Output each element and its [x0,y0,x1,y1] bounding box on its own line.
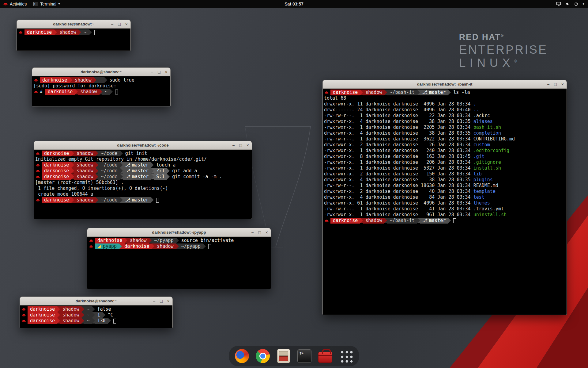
chevron-down-icon: ▾ [58,2,60,6]
window-titlebar[interactable]: darknoise@shadow:~/bash-it − □ × [323,80,567,89]
prompt-segment: shadow [363,218,384,224]
close-button[interactable]: × [125,22,128,26]
git-branch-icon: ⎇ [125,168,130,174]
prompt-segment: darknoise [95,238,125,243]
ls-file-name: .ackrc [473,113,490,119]
command-text: sudo true [110,77,134,83]
powerline-arrow-icon [448,90,451,95]
powerline-arrow-icon [71,197,74,203]
activities-button[interactable]: Activities [3,0,27,8]
terminal-window-code[interactable]: darknoise@shadow:~/code − □ × darknoises… [34,141,252,219]
ls-file-name: .travis.yml [473,206,504,212]
prompt-segment: shadow [127,238,149,243]
dock-app-grid-icon[interactable] [339,349,353,363]
prompt-segment: 1 [95,312,103,318]
powerline-arrow-icon [176,243,179,249]
terminal-content[interactable]: darknoiseshadow~/codegit initInitialized… [34,150,252,219]
system-status-area[interactable]: ▾ [556,2,588,6]
prompt-segment: S:1 [154,174,167,180]
terminal-line: -rwxrwxr-x. 1 darknoise darknoise 5327 J… [324,165,565,171]
maximize-button[interactable]: □ [258,230,261,235]
terminal-content[interactable]: darknoiseshadow~ [17,29,130,51]
terminal-content[interactable]: darknoiseshadow~falsedarknoiseshadow~1^C… [20,305,172,328]
powerline-arrow-icon [108,318,111,324]
powerline-arrow-icon [149,238,152,243]
prompt-segment: ~/code [98,162,120,168]
powerline-arrow-icon [71,174,74,179]
prompt-segment: ~/pyapp [179,243,203,249]
ls-row-meta: -rwxrwxr-x. 1 darknoise darknoise 240 Ja… [324,148,473,154]
close-button[interactable]: × [167,299,170,303]
powerline-arrow-icon [100,89,102,94]
maximize-button[interactable]: □ [158,70,160,74]
maximize-button[interactable]: □ [554,82,556,86]
brand-redhat: RED HAT [459,32,501,42]
ls-row-meta: -rw-rw-r--. 1 darknoise darknoise 3622 J… [324,136,473,142]
terminal-content[interactable]: darknoiseshadow~/pyappsource bin/activat… [87,237,271,289]
minimize-button[interactable]: − [153,299,155,303]
minimize-button[interactable]: − [232,143,235,148]
powerline-arrow-icon [96,174,98,179]
minimize-button[interactable]: − [151,70,153,74]
prompt-segment: ~ [84,306,92,312]
app-menu-terminal[interactable]: Terminal ▾ [33,0,60,8]
dock-software-toolbox-icon[interactable] [318,349,333,363]
close-button[interactable]: × [561,82,564,86]
minimize-button[interactable]: − [111,22,113,26]
ls-file-name: bash_it.sh [473,125,501,130]
redhat-icon [89,239,94,242]
prompt-segment: shadow [78,89,99,95]
clock[interactable]: Sat 03:57 [285,2,303,6]
close-button[interactable]: × [247,143,249,148]
redhat-icon [36,198,41,202]
powerline-arrow-icon [92,306,95,312]
terminal-window-bash-it[interactable]: darknoise@shadow:~/bash-it − □ × darknoi… [322,80,567,315]
redhat-icon [89,245,94,248]
root-prompt-prefix: # [40,89,45,95]
minimize-button[interactable]: − [547,82,549,86]
terminal-line: drwxrwxr-x. 4 darknoise darknoise 38 Jan… [324,177,565,183]
minimize-button[interactable]: − [251,230,254,235]
powerline-arrow-icon [57,312,60,318]
terminal-line: # darknoiseshadow~ [33,89,169,95]
prompt-segment: ~/bash-it [387,218,417,224]
ls-file-name: themes [473,200,490,206]
powerline-arrow-icon [70,77,72,83]
terminal-line: drwxrwxr-x. 8 darknoise darknoise 163 Ja… [324,154,565,159]
powerline-arrow-icon [167,174,170,179]
terminal-window-sudo[interactable]: darknoise@shadow:~ − □ × darknoiseshadow… [32,67,171,106]
window-titlebar[interactable]: darknoise@shadow:~/code − □ × [34,141,252,150]
terminal-window-home-2[interactable]: darknoise@shadow:~ − □ × darknoiseshadow… [20,297,173,328]
terminal-content[interactable]: darknoiseshadow~/bash-it⎇masterls -latot… [323,89,567,315]
ls-row-meta: -rwxrwxr-x. 1 darknoise darknoise 961 Ja… [324,212,473,218]
dock-firefox-icon[interactable] [235,349,249,363]
close-button[interactable]: × [266,230,268,235]
terminal-line: darknoiseshadow~sudo true [33,77,169,83]
terminal-line: drwxrwxr-x. 61 darknoise darknoise 4096 … [324,200,565,206]
window-titlebar[interactable]: darknoise@shadow:~ − □ × [20,297,172,305]
powerline-arrow-icon [81,318,84,324]
window-titlebar[interactable]: darknoise@shadow:~ − □ × [32,68,170,76]
maximize-button[interactable]: □ [239,143,242,148]
dock-terminal-icon[interactable] [297,349,312,363]
terminal-line: -rwxrwxr-x. 1 darknoise darknoise 2205 J… [324,125,565,130]
maximize-button[interactable]: □ [160,299,162,303]
window-titlebar[interactable]: darknoise@shadow:~/pyapp − □ × [87,228,271,237]
git-branch-icon: ⎇ [125,197,130,203]
powerline-arrow-icon [360,90,363,95]
ls-file-name: custom [473,142,490,148]
prompt-segment: ⎇master [123,168,151,174]
terminal-line: -rw-rw-r--. 1 darknoise darknoise 22 Jan… [324,113,565,119]
terminal-content[interactable]: darknoiseshadow~sudo true[sudo] password… [32,76,170,106]
desktop: RED HAT® ENTERPRISE LINUX® Activities Te… [0,0,588,368]
terminal-window-home-1[interactable]: darknoise@shadow:~ − □ × darknoiseshadow… [17,20,131,51]
dock-files-icon[interactable] [276,349,291,363]
terminal-window-pyapp[interactable]: darknoise@shadow:~/pyapp − □ × darknoise… [87,228,271,289]
maximize-button[interactable]: □ [118,22,120,26]
prompt-segment: ~ [81,29,89,35]
terminal-line: [sudo] password for darknoise: [33,83,169,89]
chevron-down-icon: ▾ [582,2,584,6]
dock-chrome-icon[interactable] [255,349,270,363]
window-titlebar[interactable]: darknoise@shadow:~ − □ × [17,20,130,29]
close-button[interactable]: × [165,70,168,74]
